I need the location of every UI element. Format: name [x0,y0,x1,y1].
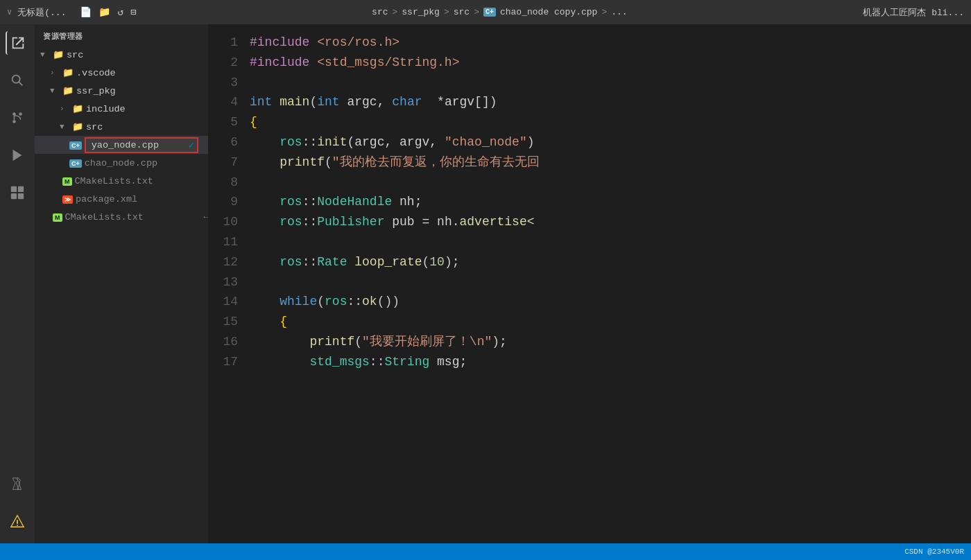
line-num-17: 17 [208,352,238,372]
line-num-2: 2 [208,53,238,73]
keyword-include2: #include [250,55,309,69]
modified-indicator: ← [203,213,208,221]
sidebar-item-package-xml[interactable]: › ≫ package.xml [35,190,208,208]
sidebar-item-label: src [86,122,208,132]
line-num-14: 14 [208,292,238,312]
collapse-arrow: ▼ [50,87,60,95]
svg-rect-9 [18,193,24,199]
breadcrumb-filename[interactable]: chao_node copy.cpp [500,7,597,17]
sidebar-title: 资源管理器 [35,24,208,46]
line-num-4: 4 [208,92,238,112]
code-line-10: ros::Publisher pub = nh.advertise< [246,212,971,232]
breadcrumb-src[interactable]: src [372,7,388,17]
cpp-file-icon: C+ [69,140,82,150]
keyword-include: #include [250,35,309,49]
line-num-6: 6 [208,132,238,152]
code-line-2: #include <std_msgs/String.h> [246,53,971,73]
title-bar-icons: 📄 📁 ↺ ⊟ [80,6,136,18]
sidebar-item-include[interactable]: › 📁 include [35,100,208,118]
ns-ros: ros [280,135,302,149]
line-num-9: 9 [208,192,238,212]
header-stdmsgs: <std_msgs/String.h> [317,55,459,69]
breadcrumb-ssr-pkg[interactable]: ssr_pkg [402,7,440,17]
explorer-activity-icon[interactable] [6,31,29,55]
status-text: CSDN @2345V0R [904,548,964,556]
svg-rect-7 [18,186,24,192]
code-line-15: { [246,312,971,332]
svg-point-3 [12,112,16,116]
run-activity-icon[interactable] [6,143,29,167]
folder-icon: 📁 [62,67,74,78]
svg-point-4 [19,112,22,116]
sidebar-item-label: ssr_pkg [76,86,208,96]
svg-line-1 [19,82,22,85]
editor-area: 1 2 3 4 5 6 7 8 9 10 11 12 13 14 15 16 1… [208,24,971,543]
sidebar-item-ssr-pkg[interactable]: ▼ 📁 ssr_pkg [35,82,208,100]
code-line-16: printf("我要开始刷屏了！\n"); [246,332,971,352]
collapse-arrow: › [50,69,60,77]
confirm-rename-icon[interactable]: ✓ [189,139,194,151]
new-folder-icon[interactable]: 📁 [98,6,110,18]
sidebar-item-label: CMakeLists.txt [65,212,198,222]
sidebar-item-src-root[interactable]: ▼ 📁 src [35,46,208,64]
svg-point-2 [12,120,16,123]
sidebar-item-vscode[interactable]: › 📁 .vscode [35,64,208,82]
watermark: 机器人工匠阿杰 bli... [863,6,964,19]
line-num-16: 16 [208,332,238,352]
line-num-12: 12 [208,252,238,272]
code-line-14: while(ros::ok()) [246,292,971,312]
line-num-1: 1 [208,33,238,53]
activity-bar-bottom [6,472,29,543]
folder-icon: 📁 [72,121,83,132]
folder-icon: 📁 [72,103,83,114]
extensions-activity-icon[interactable] [6,181,29,204]
title-bar: ∨ 无标题(... 📄 📁 ↺ ⊟ src > ssr_pkg > src > … [0,0,971,24]
collapse-arrow: ▼ [40,51,50,59]
sidebar-item-label: package.xml [76,194,208,204]
code-line-7: printf("我的枪去而复返，你的生命有去无回 [246,152,971,173]
title-chevron: ∨ [7,7,12,17]
svg-marker-5 [13,150,22,161]
sidebar-item-chao-node[interactable]: C+ chao_node.cpp [35,154,208,172]
warning-activity-icon[interactable] [6,509,29,533]
new-file-icon[interactable]: 📄 [80,6,92,18]
folder-icon: 📁 [62,85,74,96]
breadcrumb-more[interactable]: ... [611,7,627,17]
sidebar-item-cmake-pkg[interactable]: › M CMakeLists.txt [35,172,208,190]
sidebar-item-src-pkg[interactable]: ▼ 📁 src [35,118,208,136]
code-line-12: ros::Rate loop_rate(10); [246,252,971,272]
sidebar-item-label: chao_node.cpp [85,158,208,168]
svg-point-0 [12,76,20,83]
sidebar-item-yao-node[interactable]: C+ ✓ [35,136,208,154]
workspace-title: 无标题(... [17,6,66,19]
svg-rect-8 [11,193,17,199]
search-activity-icon[interactable] [6,69,29,92]
collapse-arrow: ▼ [60,123,69,131]
cpp-file-icon: C+ [483,8,496,17]
rename-input[interactable] [89,139,186,151]
status-bar: CSDN @2345V0R [0,543,971,560]
activity-bar [0,24,35,543]
title-bar-left: ∨ 无标题(... 📄 📁 ↺ ⊟ [7,6,136,19]
svg-rect-6 [11,186,17,192]
code-editor[interactable]: 1 2 3 4 5 6 7 8 9 10 11 12 13 14 15 16 1… [208,24,971,543]
line-num-3: 3 [208,73,238,93]
collapse-icon[interactable]: ⊟ [130,6,136,18]
cmake-file-icon: M [62,176,72,186]
test-activity-icon[interactable] [6,472,29,496]
code-line-3 [246,73,971,93]
code-line-6: ros::init(argc, argv, "chao_node") [246,132,971,152]
breadcrumb-src2[interactable]: src [454,7,470,17]
header-ros: <ros/ros.h> [317,35,399,49]
sidebar-item-label: src [67,50,208,60]
line-num-5: 5 [208,112,238,132]
source-control-activity-icon[interactable] [6,106,29,130]
main-layout: 资源管理器 ▼ 📁 src › 📁 .vscode ▼ 📁 ssr_pkg [0,24,971,543]
line-num-8: 8 [208,173,238,193]
sidebar-item-cmake-root[interactable]: › M CMakeLists.txt ← [35,208,208,226]
code-line-1: #include <ros/ros.h> [246,33,971,53]
code-line-8 [246,173,971,193]
line-num-11: 11 [208,232,238,252]
refresh-icon[interactable]: ↺ [117,6,123,18]
line-num-15: 15 [208,312,238,332]
